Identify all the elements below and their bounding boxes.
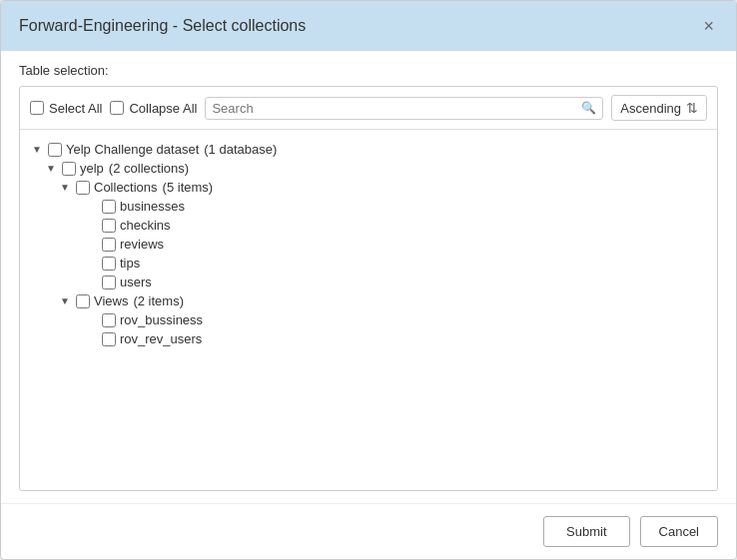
checkbox-collections[interactable] — [76, 181, 90, 195]
dialog-footer: Submit Cancel — [1, 503, 736, 559]
tree-node-collections: ▼ Collections (5 items) — [60, 178, 705, 197]
node-label-checkins: checkins — [120, 218, 171, 233]
tree-node-yelp: ▼ yelp (2 collections) — [46, 159, 705, 178]
ascending-button[interactable]: Ascending ⇅ — [611, 95, 707, 121]
node-label-users: users — [120, 275, 152, 289]
collapse-all-checkbox[interactable] — [110, 101, 124, 115]
node-label-tips: tips — [120, 256, 140, 271]
sort-icon: ⇅ — [686, 100, 698, 116]
checkbox-users[interactable] — [102, 276, 116, 289]
checkbox-rov-bussiness[interactable] — [102, 313, 116, 327]
tree-node-views: ▼ Views (2 items) — [60, 291, 705, 310]
checkbox-yelp[interactable] — [62, 162, 76, 176]
node-label-yelp: yelp — [80, 161, 104, 176]
checkbox-tips[interactable] — [102, 257, 116, 271]
checkbox-businesses[interactable] — [102, 200, 116, 214]
close-button[interactable]: × — [699, 17, 718, 35]
search-input[interactable] — [212, 101, 577, 116]
node-count-collections: (5 items) — [163, 180, 214, 195]
tree-node-reviews: reviews — [102, 235, 705, 254]
tree-node-root: ▼ Yelp Challenge dataset (1 database) — [32, 140, 705, 159]
table-selection-label: Table selection: — [19, 63, 718, 78]
dialog-header: Forward-Engineering - Select collections… — [1, 1, 736, 51]
dialog-body: Table selection: Select All Collapse All… — [1, 51, 736, 503]
search-icon: 🔍 — [581, 101, 596, 115]
ascending-label: Ascending — [620, 101, 681, 116]
collapse-all-label: Collapse All — [129, 101, 197, 116]
node-label-rov-bussiness: rov_bussiness — [120, 312, 203, 327]
select-all-label: Select All — [49, 101, 102, 116]
tree-node-checkins: checkins — [102, 216, 705, 235]
tree-node-businesses: businesses — [102, 197, 705, 216]
tree-node-rov-rev-users: rov_rev_users — [102, 329, 705, 348]
node-label-businesses: businesses — [120, 199, 185, 214]
chevron-views[interactable]: ▼ — [60, 295, 72, 306]
tree-container: Select All Collapse All 🔍 Ascending ⇅ — [19, 86, 718, 491]
cancel-button[interactable]: Cancel — [640, 516, 718, 547]
chevron-collections[interactable]: ▼ — [60, 182, 72, 193]
select-all-checkbox[interactable] — [30, 101, 44, 115]
node-count-yelp: (2 collections) — [109, 161, 189, 176]
node-label-collections: Collections — [94, 180, 158, 195]
checkbox-checkins[interactable] — [102, 219, 116, 233]
tree-node-rov-bussiness: rov_bussiness — [102, 310, 705, 329]
checkbox-reviews[interactable] — [102, 238, 116, 252]
dialog: Forward-Engineering - Select collections… — [0, 0, 737, 560]
collapse-all-item: Collapse All — [110, 101, 197, 116]
submit-button[interactable]: Submit — [543, 516, 629, 547]
tree-node-tips: tips — [102, 254, 705, 273]
checkbox-rov-rev-users[interactable] — [102, 332, 116, 346]
node-label-views: Views — [94, 293, 128, 308]
dialog-title: Forward-Engineering - Select collections — [19, 17, 306, 35]
tree-node-users: users — [102, 273, 705, 291]
tree-content: ▼ Yelp Challenge dataset (1 database) ▼ … — [20, 130, 717, 490]
node-label-rov-rev-users: rov_rev_users — [120, 331, 202, 346]
search-box: 🔍 — [205, 97, 603, 120]
chevron-root[interactable]: ▼ — [32, 144, 44, 155]
checkbox-views[interactable] — [76, 294, 90, 308]
toolbar: Select All Collapse All 🔍 Ascending ⇅ — [20, 87, 717, 130]
checkbox-root[interactable] — [48, 143, 62, 157]
node-label-reviews: reviews — [120, 237, 164, 252]
node-count-views: (2 items) — [133, 293, 184, 308]
node-label-root: Yelp Challenge dataset — [66, 142, 199, 157]
node-count-root: (1 database) — [204, 142, 277, 157]
chevron-yelp[interactable]: ▼ — [46, 163, 58, 174]
select-all-item: Select All — [30, 101, 102, 116]
